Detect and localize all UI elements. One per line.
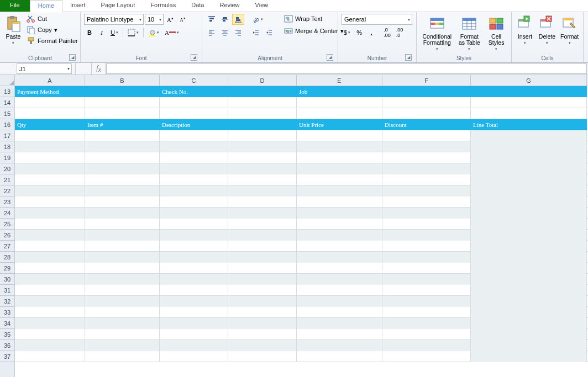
cell[interactable]: Unit Price <box>297 119 382 130</box>
cell[interactable] <box>471 208 587 219</box>
cell[interactable] <box>297 241 382 252</box>
col-header-a[interactable]: A <box>15 75 85 86</box>
accounting-format-button[interactable]: $▾ <box>342 27 353 38</box>
cell[interactable] <box>382 108 471 119</box>
row-header[interactable]: 24 <box>0 208 14 219</box>
merge-center-button[interactable]: a Merge & Center▾ <box>283 26 345 36</box>
align-right-button[interactable] <box>232 27 244 38</box>
comma-format-button[interactable]: , <box>366 27 377 38</box>
cell[interactable] <box>15 130 85 141</box>
cell[interactable] <box>471 263 587 274</box>
cell[interactable] <box>85 274 160 285</box>
cell[interactable] <box>297 130 382 141</box>
decrease-decimal-button[interactable]: .00.0 <box>394 27 406 38</box>
format-as-table-button[interactable]: Format as Table▾ <box>456 14 483 54</box>
cell[interactable] <box>382 230 471 241</box>
cell[interactable] <box>297 296 382 307</box>
cell[interactable] <box>228 318 297 329</box>
row-header[interactable]: 34 <box>0 318 14 329</box>
cell[interactable] <box>85 108 160 119</box>
cell[interactable] <box>15 263 85 274</box>
row-header[interactable]: 26 <box>0 230 14 241</box>
cell[interactable] <box>382 163 471 174</box>
select-all-corner[interactable] <box>0 75 15 86</box>
cell[interactable] <box>228 108 297 119</box>
decrease-font-button[interactable]: A▾ <box>177 14 188 25</box>
cell[interactable] <box>471 274 587 285</box>
cell[interactable] <box>471 241 587 252</box>
cell[interactable] <box>228 351 297 362</box>
cell[interactable] <box>382 152 471 163</box>
row-header[interactable]: 22 <box>0 185 14 197</box>
cell[interactable] <box>297 274 382 285</box>
cell[interactable] <box>228 307 297 318</box>
row-header[interactable]: 37 <box>0 351 14 362</box>
cell[interactable] <box>15 329 85 340</box>
cell[interactable] <box>160 174 228 185</box>
format-cells-button[interactable]: Format▾ <box>559 14 580 54</box>
cell[interactable] <box>228 296 297 307</box>
cell[interactable] <box>160 252 228 263</box>
cell[interactable] <box>382 97 471 108</box>
cell-styles-button[interactable]: Cell Styles▾ <box>485 14 508 54</box>
cell[interactable]: Job <box>297 86 382 97</box>
cell[interactable] <box>297 141 382 152</box>
increase-decimal-button[interactable]: .0.00 <box>381 27 393 38</box>
tab-insert[interactable]: Insert <box>62 0 93 12</box>
align-center-button[interactable] <box>219 27 231 38</box>
cell[interactable] <box>15 340 85 351</box>
cell[interactable] <box>471 163 587 174</box>
cell[interactable] <box>297 108 382 119</box>
cell[interactable] <box>228 285 297 296</box>
cell[interactable] <box>85 252 160 263</box>
number-format-select[interactable]: General <box>342 14 412 25</box>
alignment-dialog-launcher[interactable]: ◢ <box>327 54 333 61</box>
cell[interactable] <box>471 108 587 119</box>
cell[interactable] <box>382 329 471 340</box>
cell[interactable]: Item # <box>85 119 160 130</box>
cell[interactable] <box>471 141 587 152</box>
cell[interactable] <box>160 130 228 141</box>
cell[interactable] <box>160 274 228 285</box>
cell[interactable] <box>85 263 160 274</box>
clipboard-dialog-launcher[interactable]: ◢ <box>69 54 76 61</box>
tab-home[interactable]: Home <box>30 0 62 12</box>
cell[interactable] <box>228 208 297 219</box>
cell[interactable] <box>85 174 160 185</box>
cell[interactable] <box>160 318 228 329</box>
cancel-formula-button[interactable] <box>75 63 92 75</box>
row-header[interactable]: 19 <box>0 152 14 163</box>
italic-button[interactable]: I <box>96 27 107 38</box>
cell[interactable] <box>85 86 160 97</box>
underline-button[interactable]: U▾ <box>108 27 120 38</box>
row-header[interactable]: 35 <box>0 329 14 340</box>
col-header-d[interactable]: D <box>228 75 297 86</box>
cell[interactable] <box>297 252 382 263</box>
cell[interactable] <box>471 185 587 197</box>
cell[interactable] <box>160 208 228 219</box>
cell[interactable] <box>382 219 471 230</box>
cell[interactable] <box>85 197 160 208</box>
cell[interactable] <box>85 208 160 219</box>
cell[interactable] <box>382 263 471 274</box>
cell[interactable] <box>85 185 160 197</box>
row-header[interactable]: 23 <box>0 197 14 208</box>
decrease-indent-button[interactable] <box>250 27 262 38</box>
cell[interactable] <box>160 285 228 296</box>
cell[interactable] <box>160 197 228 208</box>
cell[interactable] <box>297 307 382 318</box>
col-header-f[interactable]: F <box>382 75 471 86</box>
cell[interactable] <box>85 241 160 252</box>
row-header[interactable]: 20 <box>0 163 14 174</box>
cell[interactable] <box>382 208 471 219</box>
cell[interactable] <box>85 318 160 329</box>
cell[interactable] <box>85 230 160 241</box>
row-header[interactable]: 29 <box>0 263 14 274</box>
row-header[interactable]: 36 <box>0 340 14 351</box>
cell[interactable] <box>228 219 297 230</box>
row-header[interactable]: 14 <box>0 97 14 108</box>
col-header-b[interactable]: B <box>85 75 160 86</box>
col-header-g[interactable]: G <box>471 75 587 86</box>
cell[interactable] <box>297 263 382 274</box>
row-header[interactable]: 21 <box>0 174 14 185</box>
